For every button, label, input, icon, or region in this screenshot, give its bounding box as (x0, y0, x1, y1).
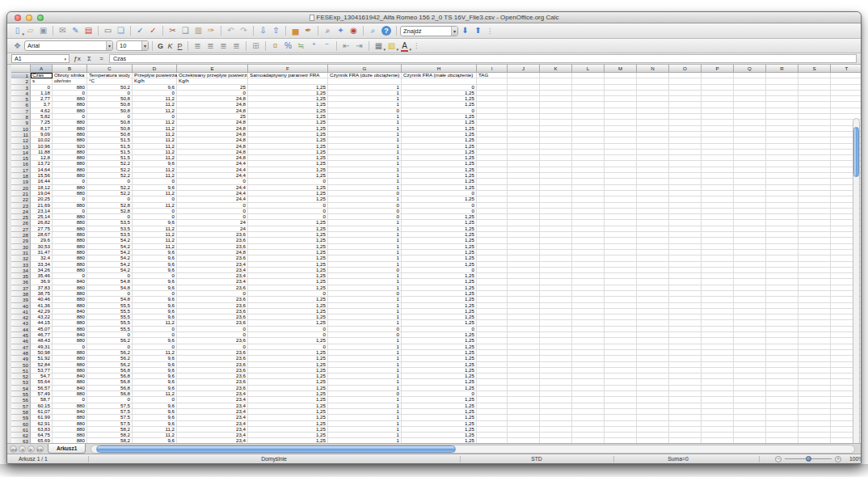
cell-H13[interactable]: 1,25 (402, 144, 477, 150)
cell-P11[interactable] (702, 132, 734, 137)
cell-L40[interactable] (572, 303, 605, 309)
cell-G29[interactable]: 1 (328, 238, 402, 243)
cell-C1[interactable]: Temperatura wody (87, 73, 133, 78)
cell-K15[interactable] (540, 155, 572, 161)
row-header-42[interactable]: 42 (11, 314, 31, 320)
cell-B56[interactable]: 0 (53, 397, 87, 403)
cell-O50[interactable] (669, 362, 702, 368)
cell-H62[interactable]: 1,25 (402, 433, 477, 438)
cell-G18[interactable]: 1 (328, 173, 402, 179)
cell-I54[interactable] (477, 386, 508, 391)
cell-F6[interactable]: 1,25 (248, 102, 328, 108)
cell-J56[interactable] (508, 397, 540, 403)
cell-C4[interactable]: 0 (87, 91, 133, 96)
cell-Q15[interactable] (734, 155, 766, 161)
cell-F27[interactable]: 1,25 (248, 226, 328, 232)
cell-P7[interactable] (702, 108, 734, 114)
row-header-61[interactable]: 61 (11, 427, 31, 433)
cell-S11[interactable] (798, 132, 831, 137)
cell-S30[interactable] (798, 244, 831, 250)
cell-B1[interactable]: Obroty silnika (53, 73, 87, 78)
cell-H31[interactable]: 1,25 (402, 250, 477, 255)
cell-M20[interactable] (605, 185, 637, 191)
cell-C33[interactable]: 54,2 (87, 262, 133, 268)
sheet-tab[interactable]: Arkusz1 (48, 444, 86, 454)
cell-G54[interactable]: 1 (328, 386, 402, 391)
cell-L23[interactable] (572, 203, 605, 209)
cell-H20[interactable]: 1,25 (402, 185, 477, 191)
cell-O49[interactable] (669, 356, 702, 361)
cell-M52[interactable] (605, 374, 637, 379)
cell-F28[interactable]: 1,25 (248, 232, 328, 238)
cell-F19[interactable]: 0 (248, 179, 328, 184)
cell-Q58[interactable] (734, 409, 766, 415)
cell-C17[interactable]: 52,2 (87, 167, 133, 173)
cell-N36[interactable] (637, 279, 669, 285)
cell-Q21[interactable] (734, 191, 766, 196)
cell-J53[interactable] (508, 379, 540, 385)
row-header-47[interactable]: 47 (11, 344, 31, 350)
cell-K20[interactable] (540, 185, 572, 191)
column-header-M[interactable]: M (605, 65, 637, 73)
cell-A54[interactable]: 56,57 (31, 386, 53, 391)
cell-L48[interactable] (572, 350, 605, 356)
cell-D54[interactable]: 9,6 (133, 386, 177, 391)
cell-H32[interactable]: 1,25 (402, 255, 477, 261)
cell-G19[interactable]: 1 (328, 179, 402, 184)
cell-H12[interactable]: 1,25 (402, 137, 477, 143)
cell-P6[interactable] (702, 102, 734, 108)
cell-D57[interactable]: 9,6 (133, 403, 177, 409)
cell-L11[interactable] (572, 132, 605, 137)
cell-K18[interactable] (540, 173, 572, 179)
cell-S36[interactable] (798, 279, 831, 285)
standard-format-icon[interactable]: ≒ (295, 40, 307, 52)
cell-N59[interactable] (637, 415, 669, 420)
cell-Q39[interactable] (734, 297, 766, 302)
cell-L62[interactable] (572, 433, 605, 438)
cell-S60[interactable] (798, 421, 831, 427)
cell-N37[interactable] (637, 285, 669, 291)
cell-F11[interactable]: 1,25 (248, 132, 328, 137)
cell-I56[interactable] (477, 397, 508, 403)
cell-B35[interactable]: 0 (53, 273, 87, 279)
cell-G28[interactable]: 1 (328, 232, 402, 238)
cell-I37[interactable] (477, 285, 508, 291)
cell-F63[interactable]: 1,25 (248, 438, 328, 443)
cell-F22[interactable]: 1,25 (248, 196, 328, 202)
row-header-25[interactable]: 25 (11, 214, 31, 220)
cell-Q20[interactable] (734, 185, 766, 191)
cell-A55[interactable]: 57,49 (31, 391, 53, 397)
cell-M16[interactable] (605, 161, 637, 167)
cell-L60[interactable] (572, 421, 605, 427)
cell-M62[interactable] (605, 433, 637, 438)
cell-N24[interactable] (637, 209, 669, 214)
cell-B44[interactable]: 880 (53, 327, 87, 332)
cell-C60[interactable]: 57,5 (87, 421, 133, 427)
cell-E19[interactable]: 0 (177, 179, 248, 184)
cell-P21[interactable] (702, 191, 734, 196)
cell-Q56[interactable] (734, 397, 766, 403)
cell-H2[interactable] (402, 78, 477, 84)
cell-R29[interactable] (766, 238, 798, 243)
cell-E48[interactable]: 23,6 (177, 350, 248, 356)
cell-M30[interactable] (605, 244, 637, 250)
cell-O61[interactable] (669, 427, 702, 433)
cell-G8[interactable]: 1 (328, 114, 402, 120)
cell-N45[interactable] (637, 332, 669, 338)
cell-M9[interactable] (605, 120, 637, 125)
formula-input[interactable]: Czas (109, 54, 857, 63)
cell-L10[interactable] (572, 126, 605, 132)
cell-S42[interactable] (798, 314, 831, 320)
cell-B11[interactable]: 880 (53, 132, 87, 137)
cell-E3[interactable]: 25 (177, 85, 248, 91)
cell-F39[interactable]: 1,25 (248, 297, 328, 302)
cell-O17[interactable] (669, 167, 702, 173)
cell-C51[interactable]: 56,8 (87, 368, 133, 374)
cell-Q46[interactable] (734, 338, 766, 344)
cell-C18[interactable]: 52,2 (87, 173, 133, 179)
cell-A49[interactable]: 51,92 (31, 356, 53, 361)
cell-F24[interactable]: 0 (248, 209, 328, 214)
cell-N62[interactable] (637, 433, 669, 438)
row-header-62[interactable]: 62 (11, 433, 31, 438)
cell-M15[interactable] (605, 155, 637, 161)
